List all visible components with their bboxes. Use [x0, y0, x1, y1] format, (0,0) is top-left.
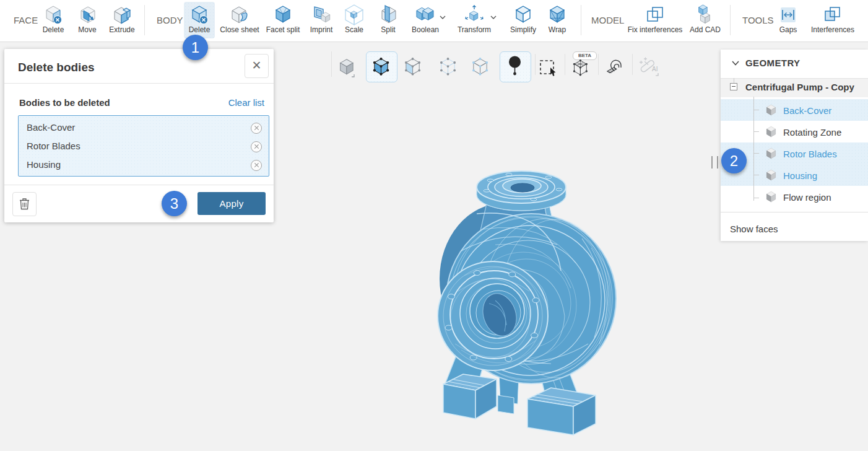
- svg-text:AI: AI: [652, 66, 658, 72]
